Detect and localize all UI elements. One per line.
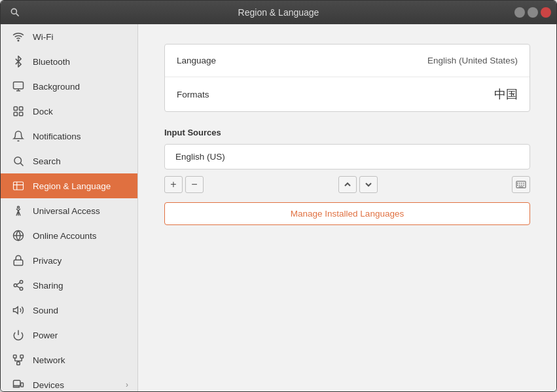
sidebar-item-search[interactable]: Search [1, 149, 137, 173]
sidebar-item-devices[interactable]: Devices › [1, 372, 137, 391]
sidebar-label-bluetooth: Bluetooth [33, 57, 70, 67]
svg-point-2 [18, 40, 19, 41]
svg-line-1 [16, 14, 19, 16]
move-up-button[interactable] [338, 176, 357, 193]
sidebar-label-background: Background [33, 82, 80, 92]
formats-label: Formats [177, 90, 494, 99]
sidebar-label-power: Power [33, 330, 58, 340]
sidebar-item-bluetooth[interactable]: Bluetooth [1, 49, 137, 74]
svg-rect-9 [20, 113, 23, 116]
input-source-item-english-us[interactable]: English (US) [165, 145, 530, 169]
sidebar-label-wifi: Wi-Fi [33, 32, 53, 42]
svg-rect-7 [20, 107, 23, 110]
sidebar-item-dock[interactable]: Dock [1, 99, 137, 124]
close-button[interactable] [541, 7, 551, 18]
svg-point-19 [14, 284, 17, 287]
svg-line-22 [16, 283, 20, 285]
svg-rect-17 [14, 260, 23, 265]
maximize-button[interactable] [528, 7, 538, 18]
svg-marker-23 [14, 307, 18, 314]
titlebar: Region & Language [1, 1, 556, 24]
svg-rect-27 [17, 362, 20, 365]
sidebar-item-region-language[interactable]: Region & Language [1, 173, 137, 198]
minimize-button[interactable] [514, 7, 525, 18]
sidebar-item-sharing[interactable]: Sharing [1, 273, 137, 298]
background-icon [12, 80, 25, 92]
svg-rect-3 [14, 82, 24, 89]
sidebar-label-privacy: Privacy [33, 256, 62, 266]
chevron-up-icon [344, 181, 351, 188]
language-label: Language [177, 56, 427, 65]
sidebar-label-region-language: Region & Language [33, 181, 111, 191]
input-sources-toolbar: + − [164, 176, 530, 193]
formats-row[interactable]: Formats 中国 [165, 77, 530, 111]
input-sources-section-title: Input Sources [164, 128, 530, 137]
devices-icon [12, 379, 25, 391]
online-accounts-icon [12, 230, 25, 241]
formats-icon: 中国 [494, 86, 518, 102]
language-row[interactable]: Language English (United States) [165, 45, 530, 77]
svg-point-15 [18, 206, 20, 208]
power-icon [12, 329, 25, 341]
sidebar-item-notifications[interactable]: Notifications [1, 124, 137, 149]
sidebar-item-sound[interactable]: Sound [1, 298, 137, 323]
svg-point-20 [20, 287, 23, 291]
svg-rect-33 [21, 383, 24, 387]
sidebar-item-wifi[interactable]: Wi-Fi [1, 24, 137, 49]
svg-rect-25 [14, 355, 17, 359]
svg-rect-26 [20, 355, 24, 359]
network-icon [12, 354, 25, 366]
svg-rect-6 [14, 107, 17, 110]
universal-access-icon [12, 205, 25, 217]
sidebar-label-universal-access: Universal Access [33, 206, 100, 216]
svg-rect-12 [14, 182, 24, 190]
input-sources-list: English (US) [164, 144, 530, 169]
main-content: Language English (United States) Formats… [138, 24, 556, 391]
sidebar: Wi-Fi Bluetooth Backgr [1, 24, 138, 391]
privacy-icon [12, 255, 25, 266]
sidebar-label-search: Search [33, 156, 61, 166]
content-area: Wi-Fi Bluetooth Backgr [1, 24, 556, 391]
sidebar-label-devices: Devices [33, 380, 64, 390]
svg-rect-8 [14, 113, 17, 116]
svg-point-0 [11, 9, 16, 14]
add-input-source-button[interactable]: + [164, 176, 183, 193]
sharing-icon [12, 279, 25, 291]
chevron-down-icon [365, 181, 372, 188]
titlebar-search-button[interactable] [6, 3, 24, 22]
sidebar-label-notifications: Notifications [33, 132, 81, 141]
svg-point-18 [20, 281, 23, 284]
devices-arrow-icon: › [126, 380, 128, 389]
sidebar-item-universal-access[interactable]: Universal Access [1, 198, 137, 223]
sidebar-item-privacy[interactable]: Privacy [1, 248, 137, 273]
sidebar-label-sound: Sound [33, 306, 58, 315]
search-sidebar-icon [12, 155, 25, 167]
keyboard-options-button[interactable] [512, 176, 530, 193]
sidebar-item-online-accounts[interactable]: Online Accounts [1, 223, 137, 248]
titlebar-controls [514, 7, 551, 18]
region-icon [12, 180, 25, 192]
language-value: English (United States) [427, 56, 518, 65]
wifi-icon [12, 31, 25, 43]
move-down-button[interactable] [359, 176, 378, 193]
notifications-icon [12, 130, 25, 142]
svg-line-21 [16, 286, 20, 288]
sidebar-label-sharing: Sharing [33, 281, 63, 291]
sidebar-item-network[interactable]: Network [1, 347, 137, 372]
sidebar-item-background[interactable]: Background [1, 74, 137, 99]
search-icon [10, 7, 20, 18]
svg-line-11 [20, 163, 23, 166]
sidebar-label-network: Network [33, 355, 65, 365]
sound-icon [12, 304, 25, 316]
remove-input-source-button[interactable]: − [185, 176, 204, 193]
sidebar-item-power[interactable]: Power [1, 323, 137, 347]
svg-rect-32 [14, 380, 21, 385]
keyboard-icon [516, 181, 526, 188]
language-formats-card: Language English (United States) Formats… [164, 44, 530, 112]
bluetooth-icon [12, 56, 25, 67]
settings-window: Region & Language Wi-Fi [0, 0, 557, 392]
titlebar-title: Region & Language [238, 7, 319, 18]
sidebar-label-dock: Dock [33, 107, 53, 116]
sidebar-label-online-accounts: Online Accounts [33, 231, 97, 241]
manage-languages-button[interactable]: Manage Installed Languages [164, 202, 530, 225]
